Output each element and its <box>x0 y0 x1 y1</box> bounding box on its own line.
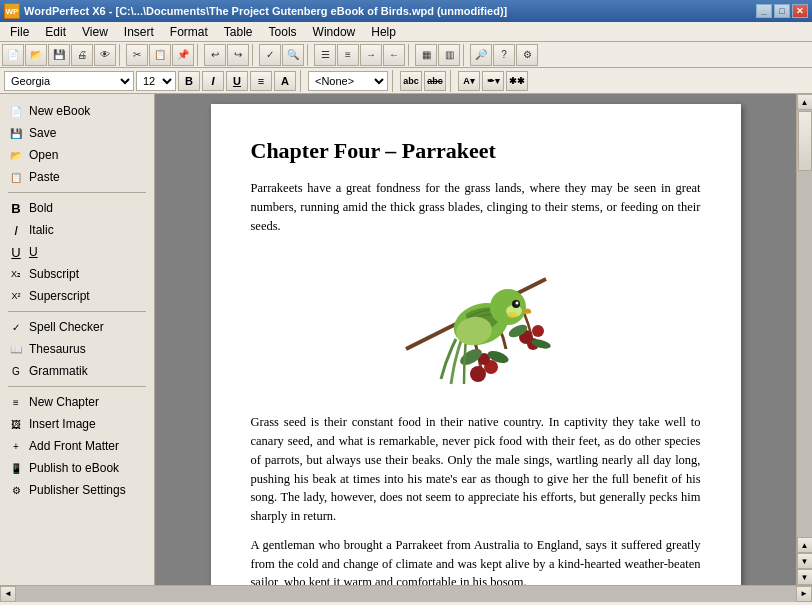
find-button[interactable]: 🔍 <box>282 44 304 66</box>
print-preview-button[interactable]: 👁 <box>94 44 116 66</box>
outdent-button[interactable]: ← <box>383 44 405 66</box>
cut-button[interactable]: ✂ <box>126 44 148 66</box>
document-area[interactable]: Chapter Four – Parrakeet Parrakeets have… <box>155 94 796 585</box>
color-button[interactable]: A <box>274 71 296 91</box>
help-toolbar-button[interactable]: ? <box>493 44 515 66</box>
grammatik-icon: G <box>8 363 24 379</box>
italic-format-button[interactable]: I <box>202 71 224 91</box>
insert-image-icon: 🖼 <box>8 416 24 432</box>
bold-format-button[interactable]: B <box>178 71 200 91</box>
align-button[interactable]: ≡ <box>250 71 272 91</box>
menu-insert[interactable]: Insert <box>116 23 162 41</box>
vertical-scrollbar[interactable]: ▲ ▲ ▼ ▼ <box>796 94 812 585</box>
thesaurus-icon: 📖 <box>8 341 24 357</box>
indent-button[interactable]: → <box>360 44 382 66</box>
save-toolbar-button[interactable]: 💾 <box>48 44 70 66</box>
menu-help[interactable]: Help <box>363 23 404 41</box>
font-size-selector[interactable]: 12 10 14 16 <box>136 71 176 91</box>
sidebar-label-new-chapter: New Chapter <box>29 395 99 409</box>
sidebar-label-publisher-settings: Publisher Settings <box>29 483 126 497</box>
svg-point-12 <box>490 289 526 325</box>
menu-table[interactable]: Table <box>216 23 261 41</box>
save-icon: 💾 <box>8 125 24 141</box>
document-page[interactable]: Chapter Four – Parrakeet Parrakeets have… <box>211 104 741 585</box>
scroll-page-down[interactable]: ▼ <box>797 553 813 569</box>
print-button[interactable]: 🖨 <box>71 44 93 66</box>
extra-format-btn[interactable]: ✱✱ <box>506 71 528 91</box>
columns-button[interactable]: ▥ <box>438 44 460 66</box>
sidebar-label-bold: Bold <box>29 201 53 215</box>
spell-button[interactable]: ✓ <box>259 44 281 66</box>
separator-3 <box>252 44 256 66</box>
svg-point-15 <box>515 302 518 305</box>
sidebar-item-new-ebook[interactable]: 📄 New eBook <box>0 100 154 122</box>
horizontal-scrollbar[interactable]: ◄ ► <box>0 585 812 601</box>
menu-view[interactable]: View <box>74 23 116 41</box>
sidebar-item-subscript[interactable]: X₂ Subscript <box>0 263 154 285</box>
title-bar: WP WordPerfect X6 - [C:\...\Documents\Th… <box>0 0 812 22</box>
menu-tools[interactable]: Tools <box>261 23 305 41</box>
style-selector[interactable]: <None> <box>308 71 388 91</box>
table-button[interactable]: ▦ <box>415 44 437 66</box>
paste-button[interactable]: 📌 <box>172 44 194 66</box>
underline-format-button[interactable]: U <box>226 71 248 91</box>
sidebar-item-superscript[interactable]: X² Superscript <box>0 285 154 307</box>
menu-window[interactable]: Window <box>305 23 364 41</box>
highlight-button[interactable]: A▾ <box>458 71 480 91</box>
scroll-page-up[interactable]: ▲ <box>797 537 813 553</box>
menu-file[interactable]: File <box>2 23 37 41</box>
open-toolbar-button[interactable]: 📂 <box>25 44 47 66</box>
scroll-down-button[interactable]: ▼ <box>797 569 813 585</box>
redo-button[interactable]: ↪ <box>227 44 249 66</box>
superscript-icon: X² <box>8 288 24 304</box>
menu-format[interactable]: Format <box>162 23 216 41</box>
abc-format-button[interactable]: abc <box>424 71 446 91</box>
horizontal-track[interactable] <box>16 586 796 602</box>
sidebar-item-publisher-settings[interactable]: ⚙ Publisher Settings <box>0 479 154 501</box>
sidebar-label-underline: U <box>29 245 38 259</box>
scroll-track[interactable] <box>797 110 813 537</box>
number-button[interactable]: ≡ <box>337 44 359 66</box>
main-toolbar: 📄 📂 💾 🖨 👁 ✂ 📋 📌 ↩ ↪ ✓ 🔍 ☰ ≡ → ← ▦ ▥ 🔎 ? … <box>0 42 812 68</box>
bullet-button[interactable]: ☰ <box>314 44 336 66</box>
scroll-up-button[interactable]: ▲ <box>797 94 813 110</box>
scroll-left-button[interactable]: ◄ <box>0 586 16 602</box>
new-ebook-icon: 📄 <box>8 103 24 119</box>
sidebar-item-publish-to-ebook[interactable]: 📱 Publish to eBook <box>0 457 154 479</box>
undo-button[interactable]: ↩ <box>204 44 226 66</box>
new-button[interactable]: 📄 <box>2 44 24 66</box>
sidebar-item-grammatik[interactable]: G Grammatik <box>0 360 154 382</box>
sidebar-item-insert-image[interactable]: 🖼 Insert Image <box>0 413 154 435</box>
svg-point-0 <box>470 366 486 382</box>
sidebar-item-new-chapter[interactable]: ≡ New Chapter <box>0 391 154 413</box>
sidebar-item-spell-checker[interactable]: ✓ Spell Checker <box>0 316 154 338</box>
sidebar-item-italic[interactable]: I Italic <box>0 219 154 241</box>
copy-button[interactable]: 📋 <box>149 44 171 66</box>
zoom-button[interactable]: 🔎 <box>470 44 492 66</box>
maximize-button[interactable]: □ <box>774 4 790 18</box>
new-chapter-icon: ≡ <box>8 394 24 410</box>
close-button[interactable]: ✕ <box>792 4 808 18</box>
sidebar-label-save: Save <box>29 126 56 140</box>
sidebar-item-save[interactable]: 💾 Save <box>0 122 154 144</box>
sidebar-item-thesaurus[interactable]: 📖 Thesaurus <box>0 338 154 360</box>
sidebar-item-add-front-matter[interactable]: + Add Front Matter <box>0 435 154 457</box>
paragraph-3: A gentleman who brought a Parrakeet from… <box>251 536 701 585</box>
font-color-btn[interactable]: ✒▾ <box>482 71 504 91</box>
separator-4 <box>307 44 311 66</box>
window-title: WordPerfect X6 - [C:\...\Documents\The P… <box>24 5 507 17</box>
abc-check-button[interactable]: abc <box>400 71 422 91</box>
sidebar-item-underline[interactable]: U U <box>0 241 154 263</box>
paste-icon: 📋 <box>8 169 24 185</box>
settings-button[interactable]: ⚙ <box>516 44 538 66</box>
scroll-right-button[interactable]: ► <box>796 586 812 602</box>
font-selector[interactable]: Georgia Arial Times New Roman <box>4 71 134 91</box>
sidebar-item-paste[interactable]: 📋 Paste <box>0 166 154 188</box>
window-controls[interactable]: _ □ ✕ <box>756 4 808 18</box>
minimize-button[interactable]: _ <box>756 4 772 18</box>
sidebar-item-bold[interactable]: B Bold <box>0 197 154 219</box>
underline-icon: U <box>8 244 24 260</box>
sidebar-item-open[interactable]: 📂 Open <box>0 144 154 166</box>
scroll-thumb[interactable] <box>798 111 812 171</box>
menu-edit[interactable]: Edit <box>37 23 74 41</box>
